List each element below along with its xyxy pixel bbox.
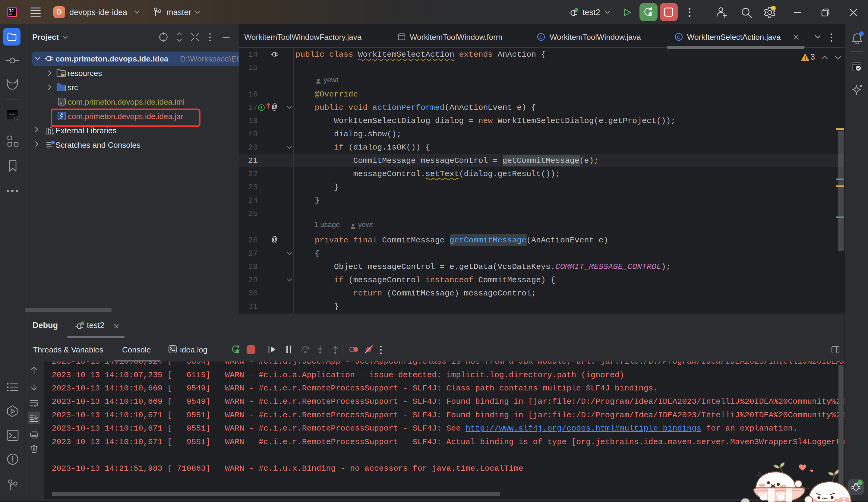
svg-text:S: S (843, 498, 846, 502)
svg-text:C: C (539, 34, 543, 40)
svg-text:C: C (677, 34, 681, 40)
